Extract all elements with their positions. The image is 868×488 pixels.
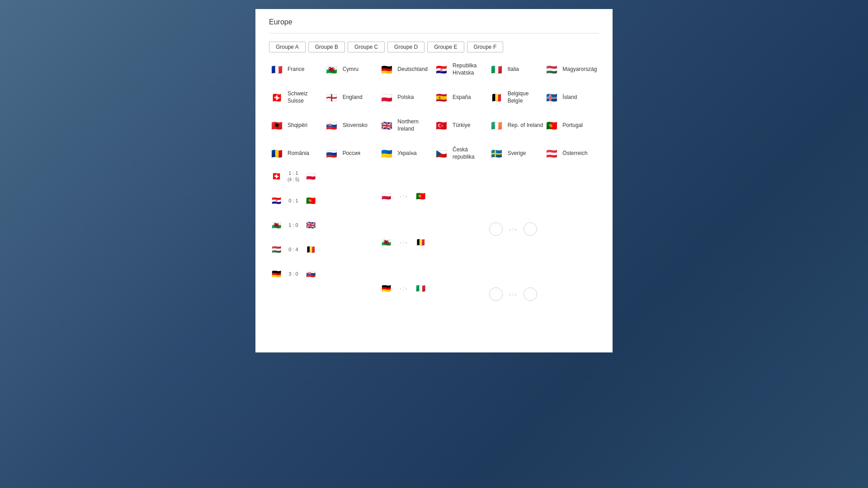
flag-rep-ireland: 🇮🇪 (489, 118, 505, 133)
flag-schweiz: 🇨🇭 (269, 90, 284, 105)
team-name-sverige: Sverige (508, 150, 526, 157)
flag-turkiye: 🇹🇷 (434, 118, 449, 133)
match-placeholder-e1: - : - (489, 221, 544, 238)
team-slovensko: 🇸🇰 Slovensko (324, 117, 379, 135)
team-name-deutschland: Deutschland (397, 66, 428, 73)
match-score-e1: - : - (506, 226, 520, 232)
team-italia: 🇮🇹 Italia (489, 61, 544, 79)
match-flag-hungary-4: 🇭🇺 (269, 242, 283, 257)
match-flag-portugal-c1: 🇵🇹 (413, 189, 428, 203)
tab-groupe-a[interactable]: Groupe A (269, 42, 306, 52)
match-col-a: 🇨🇭 1 : 1(4 : 5) 🇵🇱 🇭🇷 0 : 1 🇵🇹 🏴󠁧󠁢󠁷󠁬󠁳󠁿 1… (269, 167, 324, 303)
flag-magyarorszag: 🇭🇺 (544, 62, 559, 77)
team-sverige: 🇸🇪 Sverige (489, 145, 544, 163)
match-deutschland-slovensko: 🇩🇪 3 : 0 🇸🇰 (269, 265, 324, 283)
team-turkiye: 🇹🇷 Türkiye (434, 117, 489, 135)
match-score-c1: - : - (395, 193, 411, 199)
match-schweiz-polska: 🇨🇭 1 : 1(4 : 5) 🇵🇱 (269, 167, 324, 185)
team-name-polska: Polska (397, 94, 414, 101)
team-name-shqiperi: Shqipëri (288, 122, 307, 129)
team-name-ceska: Česká republika (453, 146, 489, 160)
match-score-4: 0 : 4 (285, 246, 302, 253)
match-flag-cymru-3: 🏴󠁧󠁢󠁷󠁬󠁳󠁿 (269, 218, 283, 232)
flag-romania: 🇷🇴 (269, 146, 284, 161)
match-flag-polska-1: 🇵🇱 (303, 169, 318, 183)
team-name-turkiye: Türkiye (453, 122, 470, 129)
match-col-c: 🇵🇱 - : - 🇵🇹 🏴󠁧󠁢󠁷󠁬󠁳󠁿 - : - 🇧🇪 🇩🇪 - : - 🇮🇹 (379, 167, 434, 303)
match-col-e: - : - - : - (489, 167, 544, 303)
team-schweiz: 🇨🇭 Schweiz Suisse (269, 89, 324, 107)
team-ceska: 🇨🇿 Česká republika (434, 145, 489, 163)
team-name-slovensko: Slovensko (343, 122, 368, 129)
team-name-island: Ísland (562, 94, 577, 101)
team-island: 🇮🇸 Ísland (544, 89, 599, 107)
team-name-northern-ireland: Northern Ireland (397, 118, 434, 132)
match-score-e2: - : - (506, 291, 520, 297)
team-france: 🇫🇷 France (269, 61, 324, 79)
match-col-d (434, 167, 489, 303)
team-deutschland: 🇩🇪 Deutschland (379, 61, 434, 79)
match-placeholder-e2: - : - (489, 286, 544, 303)
team-name-belgique: Belgique Belgïe (508, 90, 544, 104)
match-col-f (544, 167, 599, 303)
match-score-5: 3 : 0 (285, 271, 302, 277)
team-osterreich: 🇦🇹 Österreich (544, 145, 599, 163)
team-romania: 🇷🇴 România (269, 145, 324, 163)
tab-groupe-d[interactable]: Groupe D (387, 42, 425, 52)
team-name-italia: Italia (508, 66, 519, 73)
flag-france: 🇫🇷 (269, 62, 284, 77)
match-flag-belgique-c2: 🇧🇪 (413, 235, 428, 249)
flag-belgique: 🇧🇪 (489, 90, 505, 105)
team-shqiperi: 🇦🇱 Shqipëri (269, 117, 324, 135)
flag-osterreich: 🇦🇹 (544, 146, 559, 161)
flag-espana: 🇪🇸 (434, 90, 449, 105)
tab-groupe-e[interactable]: Groupe E (427, 42, 464, 52)
divider (269, 33, 599, 33)
match-flag-italia-c3: 🇮🇹 (413, 281, 428, 296)
flag-cymru: 🏴󠁧󠁢󠁷󠁬󠁳󠁿 (324, 62, 340, 77)
match-hrvatska-portugal: 🇭🇷 0 : 1 🇵🇹 (269, 192, 324, 210)
matches-section: 🇨🇭 1 : 1(4 : 5) 🇵🇱 🇭🇷 0 : 1 🇵🇹 🏴󠁧󠁢󠁷󠁬󠁳󠁿 1… (269, 167, 599, 303)
tab-groupe-b[interactable]: Groupe B (308, 42, 345, 52)
flag-italia: 🇮🇹 (489, 62, 505, 77)
match-flag-schweiz: 🇨🇭 (269, 169, 283, 183)
team-name-england: England (343, 94, 363, 101)
match-polska-portugal-upcoming: 🇵🇱 - : - 🇵🇹 (379, 187, 434, 205)
flag-polska: 🇵🇱 (379, 90, 394, 105)
match-flag-northernireland-3: 🇬🇧 (303, 218, 318, 232)
match-flag-deutschland-c3: 🇩🇪 (379, 281, 393, 296)
teams-block: 🇫🇷 France 🏴󠁧󠁢󠁷󠁬󠁳󠁿 Cymru 🇩🇪 Deutschland 🇭… (269, 61, 599, 163)
match-flag-deutschland-5: 🇩🇪 (269, 267, 283, 281)
placeholder-flag-e2-right (524, 287, 537, 301)
flag-slovensko: 🇸🇰 (324, 118, 340, 133)
match-deutschland-italia-upcoming: 🇩🇪 - : - 🇮🇹 (379, 279, 434, 297)
team-name-rep-ireland: Rep. of Ireland (508, 122, 543, 129)
match-score-3: 1 : 0 (285, 222, 302, 228)
team-belgique: 🇧🇪 Belgique Belgïe (489, 89, 544, 107)
team-russia: 🇷🇺 Россия (324, 145, 379, 163)
tab-groupe-f[interactable]: Groupe F (467, 42, 504, 52)
match-score-c3: - : - (395, 285, 411, 291)
tab-groupe-c[interactable]: Groupe C (348, 42, 385, 52)
match-hungary-belgium: 🇭🇺 0 : 4 🇧🇪 (269, 240, 324, 258)
team-rep-ireland: 🇮🇪 Rep. of Ireland (489, 117, 544, 135)
match-col-b (324, 167, 379, 303)
flag-deutschland: 🇩🇪 (379, 62, 394, 77)
page-title: Europe (269, 18, 599, 26)
match-flag-portugal-2: 🇵🇹 (303, 193, 318, 208)
team-polska: 🇵🇱 Polska (379, 89, 434, 107)
team-name-france: France (288, 66, 304, 73)
placeholder-flag-e1-right (524, 222, 537, 236)
group-tabs: Groupe A Groupe B Groupe C Groupe D Grou… (269, 42, 599, 52)
team-cymru: 🏴󠁧󠁢󠁷󠁬󠁳󠁿 Cymru (324, 61, 379, 79)
match-score-2: 0 : 1 (285, 197, 302, 204)
flag-england: 🏴󠁧󠁢󠁥󠁮󠁧󠁿 (324, 90, 340, 105)
flag-shqiperi: 🇦🇱 (269, 118, 284, 133)
flag-hrvatska: 🇭🇷 (434, 62, 449, 77)
flag-ukraine: 🇺🇦 (379, 146, 394, 161)
flag-ceska: 🇨🇿 (434, 146, 449, 161)
team-name-romania: România (288, 150, 309, 157)
match-cymru-belgique-upcoming: 🏴󠁧󠁢󠁷󠁬󠁳󠁿 - : - 🇧🇪 (379, 233, 434, 251)
match-cymru-northernireland: 🏴󠁧󠁢󠁷󠁬󠁳󠁿 1 : 0 🇬🇧 (269, 216, 324, 234)
flag-portugal: 🇵🇹 (544, 118, 559, 133)
